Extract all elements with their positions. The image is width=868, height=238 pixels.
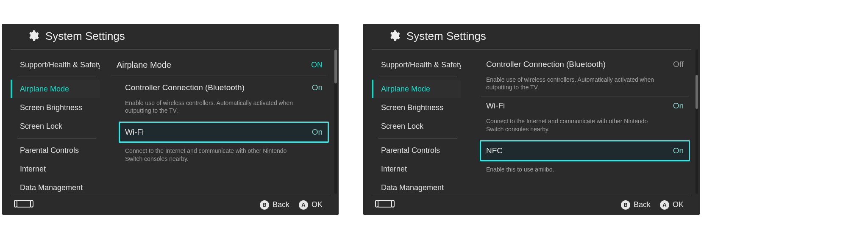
sidebar-item-support[interactable]: Support/Health & Safety — [372, 55, 461, 74]
scrollbar[interactable] — [334, 50, 337, 194]
row-label: NFC — [486, 146, 503, 155]
row-wifi[interactable]: Wi-Fi On — [119, 122, 329, 143]
sidebar-item-parental-controls[interactable]: Parental Controls — [372, 141, 461, 160]
sidebar-item-airplane-mode[interactable]: Airplane Mode — [11, 80, 100, 98]
row-label: Airplane Mode — [117, 60, 171, 70]
row-value: On — [673, 146, 684, 155]
sidebar-item-label: Data Management — [20, 183, 83, 192]
scrollbar[interactable] — [696, 50, 698, 194]
hint-label: OK — [673, 200, 684, 209]
sidebar-item-label: Screen Lock — [20, 122, 62, 130]
hint-ok[interactable]: A OK — [660, 200, 684, 210]
row-nfc[interactable]: NFC On — [480, 140, 690, 161]
sidebar-item-label: Support/Health & Safety — [381, 61, 461, 69]
row-value: On — [312, 83, 323, 92]
divider — [378, 77, 457, 77]
sidebar-item-label: Parental Controls — [20, 146, 79, 155]
row-value: Off — [673, 60, 684, 69]
hint-back[interactable]: B Back — [260, 200, 289, 210]
content-pane: Airplane Mode ON Controller Connection (… — [100, 50, 339, 194]
sidebar-item-screen-brightness[interactable]: Screen Brightness — [372, 98, 461, 117]
header: System Settings — [11, 24, 330, 50]
row-value: On — [312, 127, 323, 137]
controller-icon — [14, 199, 33, 210]
sidebar-item-screen-brightness[interactable]: Screen Brightness — [11, 98, 100, 117]
page-title: System Settings — [45, 30, 125, 43]
a-button-icon: A — [660, 200, 669, 210]
sidebar-item-airplane-mode[interactable]: Airplane Mode — [372, 80, 461, 98]
gear-icon — [27, 29, 39, 44]
sidebar-item-screen-lock[interactable]: Screen Lock — [372, 117, 461, 136]
row-value: On — [673, 101, 684, 111]
hint-back[interactable]: B Back — [621, 200, 651, 210]
row-description: Connect to the Internet and communicate … — [481, 115, 669, 138]
scrollbar-thumb[interactable] — [696, 75, 698, 109]
hint-label: Back — [273, 200, 289, 209]
sidebar-item-label: Support/Health & Safety — [20, 61, 100, 69]
sidebar-item-internet[interactable]: Internet — [11, 160, 100, 178]
row-controller-bluetooth[interactable]: Controller Connection (Bluetooth) Off — [481, 55, 689, 73]
sidebar: Support/Health & Safety Airplane Mode Sc… — [11, 50, 100, 194]
sidebar-item-label: Screen Brightness — [20, 103, 82, 112]
svg-rect-0 — [17, 200, 31, 207]
sidebar: Support/Health & Safety Airplane Mode Sc… — [372, 50, 461, 194]
screenshot-left: System Settings Support/Health & Safety … — [2, 24, 339, 215]
row-label: Controller Connection (Bluetooth) — [486, 60, 606, 69]
page-title: System Settings — [406, 30, 486, 43]
hint-ok[interactable]: A OK — [299, 200, 323, 210]
body: Support/Health & Safety Airplane Mode Sc… — [363, 50, 700, 194]
sidebar-item-label: Parental Controls — [381, 146, 440, 155]
sidebar-item-label: Data Management — [381, 183, 444, 192]
controller-icon — [375, 199, 395, 210]
row-value: ON — [311, 61, 323, 69]
sidebar-item-support[interactable]: Support/Health & Safety — [11, 55, 100, 74]
b-button-icon: B — [260, 200, 269, 210]
row-description: Enable this to use amiibo. — [481, 163, 669, 179]
subrows: Controller Connection (Bluetooth) Off En… — [473, 55, 689, 179]
sidebar-item-label: Screen Lock — [381, 122, 423, 130]
divider — [378, 138, 457, 138]
footer: B Back A OK — [372, 195, 691, 215]
body: Support/Health & Safety Airplane Mode Sc… — [2, 50, 339, 194]
header: System Settings — [372, 24, 691, 50]
sidebar-item-parental-controls[interactable]: Parental Controls — [11, 141, 100, 160]
divider — [17, 138, 96, 138]
hint-label: Back — [634, 200, 651, 209]
sidebar-item-data-management[interactable]: Data Management — [11, 178, 100, 194]
scrollbar-thumb[interactable] — [334, 50, 337, 83]
row-label: Controller Connection (Bluetooth) — [125, 83, 245, 92]
svg-rect-1 — [14, 200, 17, 207]
sidebar-item-label: Internet — [20, 165, 46, 173]
sidebar-item-label: Screen Brightness — [381, 103, 443, 112]
svg-rect-5 — [392, 200, 394, 207]
a-button-icon: A — [299, 200, 308, 210]
subrows: Controller Connection (Bluetooth) On Ena… — [111, 75, 328, 169]
gear-icon — [388, 29, 401, 44]
b-button-icon: B — [621, 200, 630, 210]
row-description: Connect to the Internet and communicate … — [120, 144, 308, 168]
sidebar-item-label: Airplane Mode — [381, 85, 430, 93]
content-pane: Controller Connection (Bluetooth) Off En… — [461, 50, 700, 194]
sidebar-item-label: Airplane Mode — [20, 85, 69, 93]
svg-rect-4 — [376, 200, 378, 207]
svg-rect-3 — [378, 200, 392, 207]
divider — [17, 77, 96, 77]
footer: B Back A OK — [11, 195, 330, 215]
sidebar-item-internet[interactable]: Internet — [372, 160, 461, 178]
row-wifi[interactable]: Wi-Fi On — [481, 97, 689, 115]
sidebar-item-label: Internet — [381, 165, 407, 173]
sidebar-item-screen-lock[interactable]: Screen Lock — [11, 117, 100, 136]
row-label: Wi-Fi — [486, 101, 505, 111]
row-label: Wi-Fi — [125, 127, 144, 137]
row-description: Enable use of wireless controllers. Auto… — [120, 97, 308, 120]
svg-rect-2 — [31, 200, 33, 207]
row-airplane-mode[interactable]: Airplane Mode ON — [111, 55, 328, 75]
sidebar-item-data-management[interactable]: Data Management — [372, 178, 461, 194]
hint-label: OK — [312, 200, 323, 209]
row-description: Enable use of wireless controllers. Auto… — [481, 73, 669, 97]
row-controller-bluetooth[interactable]: Controller Connection (Bluetooth) On — [120, 79, 328, 97]
screenshot-right: System Settings Support/Health & Safety … — [363, 24, 700, 215]
